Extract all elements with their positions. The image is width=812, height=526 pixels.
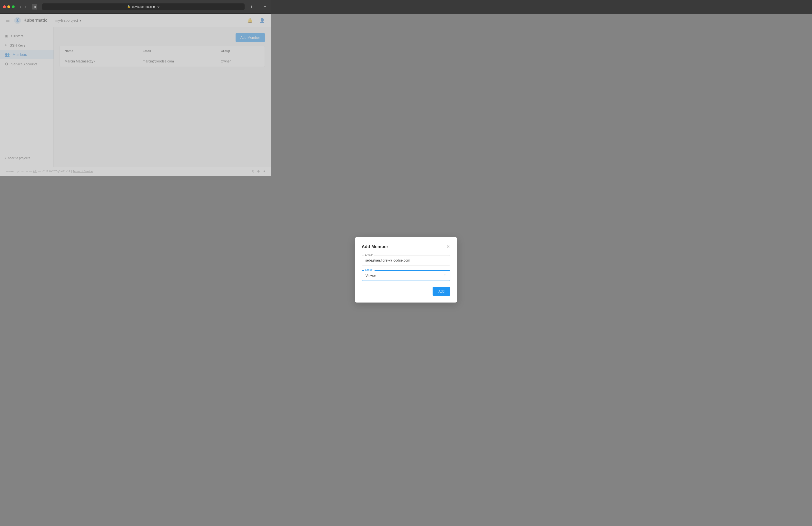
share-button[interactable]: ⬆ [249, 4, 254, 10]
traffic-light-fullscreen[interactable] [12, 5, 15, 8]
nav-buttons: ‹ › [18, 4, 28, 10]
url-text: dev.kubermatic.io [132, 5, 155, 9]
back-button[interactable]: ‹ [18, 4, 23, 10]
browser-actions: ⬆ ⊡ + [249, 3, 268, 10]
traffic-lights [3, 5, 15, 8]
reload-icon[interactable]: ↺ [157, 5, 160, 9]
modal-overlay[interactable]: Add Member ✕ Email* Group* Viewer ⌃ Add [0, 14, 271, 176]
tab-area: ⊞ [32, 4, 37, 10]
new-tab-button[interactable]: + [262, 3, 268, 10]
forward-button[interactable]: › [24, 4, 28, 10]
tab-icon: ⊞ [32, 4, 37, 10]
reader-button[interactable]: ⊡ [256, 4, 260, 10]
traffic-light-close[interactable] [3, 5, 6, 8]
browser-chrome: ‹ › ⊞ 🔒 dev.kubermatic.io ↺ ⬆ ⊡ + [0, 0, 271, 14]
address-bar[interactable]: 🔒 dev.kubermatic.io ↺ [42, 3, 245, 10]
traffic-light-minimize[interactable] [7, 5, 10, 8]
lock-icon: 🔒 [127, 5, 130, 8]
